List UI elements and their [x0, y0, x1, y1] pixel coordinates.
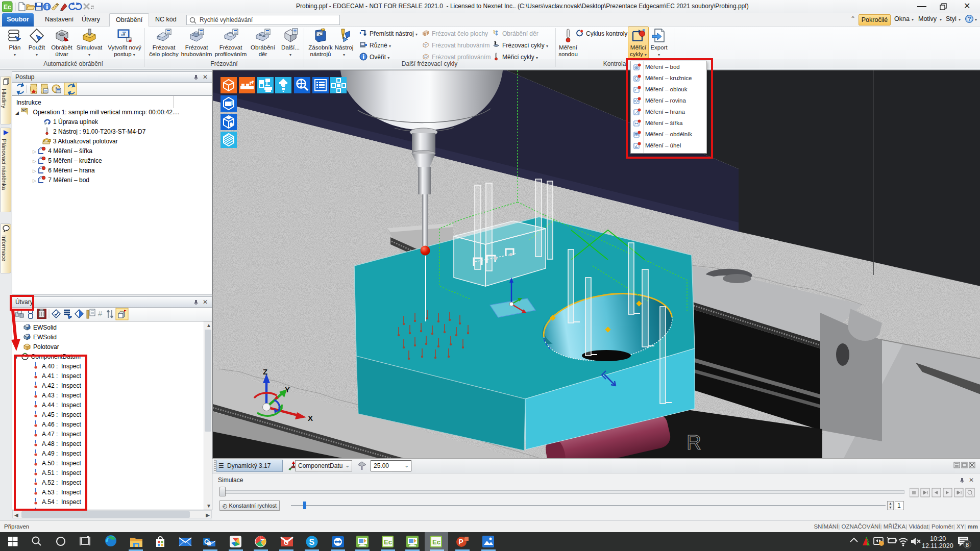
svg-text:Ec: Ec — [432, 538, 440, 546]
svg-text:X: X — [308, 414, 313, 422]
svg-text:G: G — [284, 539, 288, 546]
svg-text:10:20: 10:20 — [930, 535, 946, 542]
svg-text:12.11.2020: 12.11.2020 — [922, 542, 953, 549]
svg-text:8: 8 — [966, 542, 969, 548]
svg-text:Y: Y — [285, 385, 290, 394]
svg-text:R: R — [687, 431, 701, 454]
svg-text:S: S — [309, 538, 315, 546]
svg-text:#: # — [98, 309, 103, 318]
svg-text:Ec: Ec — [4, 4, 11, 11]
svg-text:Z: Z — [263, 367, 267, 376]
svg-text:Ec: Ec — [384, 538, 392, 546]
svg-text:NC: NC — [22, 109, 27, 112]
svg-text:?: ? — [56, 3, 58, 8]
svg-text:P: P — [459, 538, 463, 546]
